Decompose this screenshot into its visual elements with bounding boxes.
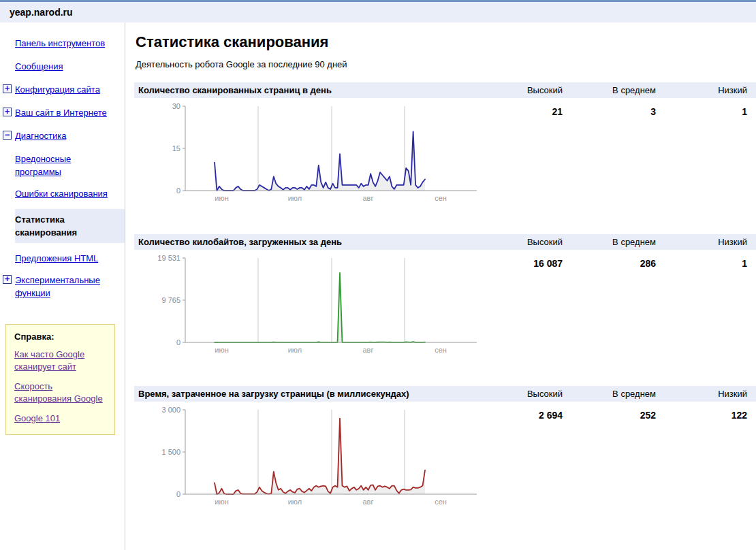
- sidebar-link-site-configuration[interactable]: Конфигурация сайта: [15, 83, 100, 96]
- main-content: Статистика сканирования Деятельность роб…: [125, 22, 756, 550]
- svg-text:0: 0: [176, 338, 180, 346]
- svg-text:июн: июн: [215, 346, 228, 354]
- chart-title: Количество килобайтов, загруженных за де…: [138, 237, 481, 247]
- svg-text:сен: сен: [435, 194, 447, 202]
- stat-high-value: 2 694: [481, 410, 563, 421]
- column-label-average: В среднем: [563, 389, 656, 399]
- stat-low-value: 122: [656, 410, 747, 421]
- svg-text:сен: сен: [435, 346, 447, 354]
- line-chart-page-load-time: 01 5003 000июниюлавгсен: [134, 407, 756, 512]
- chart-header: Количество сканированных страниц в день …: [134, 82, 756, 98]
- chart-section-page-load-time: Время, затраченное на загрузку страницы …: [134, 386, 756, 538]
- sidebar-item-crawl-stats-selected[interactable]: Статистика сканирования: [15, 209, 125, 243]
- expand-plus-icon[interactable]: +: [3, 108, 12, 116]
- chart-section-kilobytes-downloaded: Количество килобайтов, загруженных за де…: [134, 234, 756, 386]
- svg-text:0: 0: [176, 490, 180, 498]
- chart-body: 21 3 1 01530июниюлавгсен: [134, 98, 756, 234]
- sidebar-link-labs[interactable]: Экспериментальные функции: [15, 274, 119, 300]
- chart-header: Время, затраченное на загрузку страницы …: [134, 386, 756, 402]
- svg-text:июл: июл: [288, 498, 302, 506]
- column-label-average: В среднем: [563, 237, 656, 247]
- stat-average-value: 286: [563, 258, 656, 269]
- chart-stats-row: 16 087 286 1: [481, 258, 756, 269]
- sidebar-item-messages[interactable]: Сообщения: [15, 60, 119, 73]
- column-label-low: Низкий: [656, 237, 747, 247]
- page-layout: Панель инструментов Сообщения + Конфигур…: [0, 22, 756, 550]
- svg-text:3 000: 3 000: [161, 407, 180, 414]
- help-link-crawl-frequency[interactable]: Как часто Google сканирует сайт: [14, 349, 106, 373]
- svg-text:июн: июн: [215, 498, 228, 506]
- svg-text:15: 15: [172, 144, 180, 152]
- sidebar-item-malware[interactable]: Вредоносные программы: [15, 152, 119, 178]
- column-label-low: Низкий: [656, 389, 747, 399]
- svg-text:30: 30: [172, 103, 180, 110]
- stat-high-value: 16 087: [481, 258, 563, 269]
- top-bar: yeap.narod.ru: [0, 0, 756, 22]
- page-title: Статистика сканирования: [136, 33, 756, 51]
- collapse-minus-icon[interactable]: −: [3, 131, 12, 140]
- column-label-high: Высокий: [481, 237, 563, 247]
- svg-text:июн: июн: [215, 194, 228, 202]
- line-chart-pages-crawled: 01530июниюлавгсен: [134, 103, 756, 208]
- sidebar-link-your-site-on-web[interactable]: Ваш сайт в Интернете: [15, 106, 107, 119]
- chart-svg: 01530июниюлавгсен: [134, 103, 482, 206]
- line-chart-kilobytes-downloaded: 09 76519 531июниюлавгсен: [134, 255, 756, 360]
- stat-average-value: 252: [563, 410, 656, 421]
- expand-plus-icon[interactable]: +: [3, 275, 12, 284]
- chart-stats-row: 2 694 252 122: [481, 410, 756, 421]
- svg-text:9 765: 9 765: [161, 296, 180, 304]
- chart-stats-row: 21 3 1: [481, 106, 756, 117]
- stat-low-value: 1: [656, 106, 747, 117]
- sidebar-item-your-site-on-web: + Ваш сайт в Интернете: [3, 106, 119, 119]
- sidebar: Панель инструментов Сообщения + Конфигур…: [0, 22, 125, 550]
- svg-text:19 531: 19 531: [157, 255, 180, 262]
- chart-section-pages-crawled: Количество сканированных страниц в день …: [134, 82, 756, 234]
- svg-text:июл: июл: [288, 346, 302, 354]
- stat-high-value: 21: [481, 106, 563, 117]
- sidebar-item-labs: + Экспериментальные функции: [3, 274, 119, 300]
- svg-text:0: 0: [176, 187, 180, 195]
- chart-title: Время, затраченное на загрузку страницы …: [138, 389, 481, 399]
- page-subtitle: Деятельность робота Google за последние …: [136, 59, 756, 69]
- sidebar-item-dashboard[interactable]: Панель инструментов: [15, 37, 119, 50]
- sidebar-item-site-configuration: + Конфигурация сайта: [3, 83, 119, 96]
- chart-svg: 01 5003 000июниюлавгсен: [134, 407, 482, 509]
- svg-text:1 500: 1 500: [161, 448, 180, 456]
- column-label-high: Высокий: [481, 85, 563, 95]
- column-label-high: Высокий: [481, 389, 563, 399]
- site-title: yeap.narod.ru: [10, 7, 73, 18]
- chart-body: 16 087 286 1 09 76519 531июниюлавгсен: [134, 250, 756, 386]
- expand-plus-icon[interactable]: +: [3, 84, 12, 93]
- help-box-title: Справка:: [14, 331, 106, 342]
- chart-title: Количество сканированных страниц в день: [138, 85, 481, 95]
- column-label-average: В среднем: [563, 85, 656, 95]
- svg-text:сен: сен: [435, 498, 447, 506]
- sidebar-item-diagnostics: − Диагностика: [3, 129, 119, 142]
- stat-average-value: 3: [563, 106, 656, 117]
- help-box: Справка: Как часто Google сканирует сайт…: [5, 324, 115, 435]
- help-link-crawl-rate[interactable]: Скорость сканирования Google: [14, 381, 106, 405]
- svg-text:авг: авг: [363, 194, 374, 202]
- sidebar-item-html-suggestions[interactable]: Предложения HTML: [15, 252, 119, 265]
- chart-body: 2 694 252 122 01 5003 000июниюлавгсен: [134, 402, 756, 538]
- column-label-low: Низкий: [656, 85, 747, 95]
- svg-text:авг: авг: [363, 498, 374, 506]
- chart-svg: 09 76519 531июниюлавгсен: [134, 255, 482, 357]
- svg-text:авг: авг: [363, 346, 374, 354]
- stat-low-value: 1: [656, 258, 747, 269]
- sidebar-item-crawl-errors[interactable]: Ошибки сканирования: [15, 187, 119, 200]
- sidebar-link-diagnostics[interactable]: Диагностика: [15, 129, 66, 142]
- help-link-google-101[interactable]: Google 101: [14, 413, 106, 425]
- chart-header: Количество килобайтов, загруженных за де…: [134, 234, 756, 250]
- svg-text:июл: июл: [288, 194, 302, 202]
